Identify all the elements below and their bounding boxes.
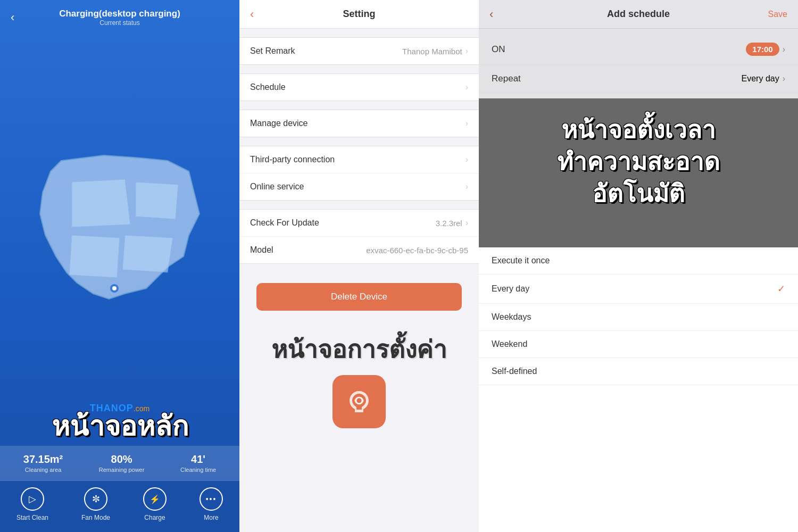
update-label: Check For Update bbox=[250, 218, 319, 228]
settings-row-schedule[interactable]: Schedule › bbox=[239, 74, 479, 101]
main-title: Charging(desktop charging) bbox=[59, 9, 180, 19]
online-service-value: › bbox=[466, 182, 468, 192]
repeat-weekdays-label: Weekdays bbox=[492, 312, 531, 322]
on-chevron-icon: › bbox=[783, 45, 785, 54]
online-service-label: Online service bbox=[250, 182, 304, 192]
settings-header: ‹ Setting bbox=[239, 0, 479, 29]
schedule-on-label: ON bbox=[492, 44, 505, 55]
main-panel: ‹ Charging(desktop charging) Current sta… bbox=[0, 0, 239, 532]
schedule-repeat-label: Repeat bbox=[492, 73, 521, 84]
model-value: exvac-660-ec-fa-bc-9c-cb-95 bbox=[366, 246, 468, 255]
remark-label: Set Remark bbox=[250, 46, 295, 56]
schedule-thai-line3: อัตโนมัติ bbox=[592, 180, 685, 207]
repeat-item-self-defined[interactable]: Self-defined bbox=[479, 358, 798, 385]
online-service-chevron-icon: › bbox=[466, 182, 468, 192]
time-badge: 17:00 bbox=[746, 43, 779, 56]
app-icon bbox=[332, 375, 386, 428]
settings-thai-text: หน้าจอการตั้งค่า bbox=[239, 330, 479, 370]
settings-row-remark[interactable]: Set Remark Thanop Mamibot › bbox=[239, 38, 479, 64]
every-day-checkmark-icon: ✓ bbox=[777, 283, 785, 295]
schedule-chevron-icon: › bbox=[466, 82, 468, 92]
repeat-chevron-icon: › bbox=[783, 74, 785, 84]
start-clean-icon: ▷ bbox=[21, 487, 44, 511]
schedule-row-repeat[interactable]: Repeat Every day › bbox=[479, 65, 798, 93]
remark-chevron-icon: › bbox=[466, 46, 468, 56]
settings-row-model: Model exvac-660-ec-fa-bc-9c-cb-95 bbox=[239, 237, 479, 263]
main-thai-text: หน้าจอหลัก bbox=[0, 411, 239, 442]
main-subtitle: Current status bbox=[59, 19, 180, 27]
nav-fan-mode[interactable]: ✼ Fan Mode bbox=[81, 487, 110, 521]
stat-remaining-power-value: 80% bbox=[99, 453, 145, 466]
settings-row-online-service[interactable]: Online service › bbox=[239, 173, 479, 200]
repeat-weekend-label: Weekend bbox=[492, 339, 527, 349]
schedule-thai-section: หน้าจอตั้งเวลา ทำความสะอาด อัตโนมัติ bbox=[479, 98, 798, 247]
settings-back-button[interactable]: ‹ bbox=[250, 7, 254, 21]
repeat-execute-once-label: Execute it once bbox=[492, 256, 550, 265]
settings-body: Set Remark Thanop Mamibot › Schedule › M… bbox=[239, 29, 479, 532]
map-svg bbox=[19, 129, 221, 352]
schedule-thai-text: หน้าจอตั้งเวลา ทำความสะอาด อัตโนมัติ bbox=[479, 98, 798, 226]
repeat-value-text: Every day bbox=[742, 74, 779, 84]
settings-row-update[interactable]: Check For Update 3.2.3rel › bbox=[239, 210, 479, 237]
charge-icon: ⚡ bbox=[143, 487, 167, 511]
nav-more-label: More bbox=[204, 514, 218, 521]
schedule-value: › bbox=[466, 82, 468, 92]
repeat-options-list: Execute it once Every day ✓ Weekdays Wee… bbox=[479, 247, 798, 532]
delete-device-button[interactable]: Delete Device bbox=[256, 283, 462, 311]
nav-more[interactable]: ••• More bbox=[200, 487, 223, 521]
manage-label: Manage device bbox=[250, 119, 308, 128]
schedule-row-on[interactable]: ON 17:00 › bbox=[479, 34, 798, 65]
manage-chevron-icon: › bbox=[466, 119, 468, 128]
schedule-thai-line2: ทำความสะอาด bbox=[557, 148, 720, 176]
schedule-on-value: 17:00 › bbox=[746, 43, 785, 56]
main-title-block: Charging(desktop charging) Current statu… bbox=[59, 9, 180, 27]
app-logo-icon bbox=[343, 386, 375, 418]
schedule-label: Schedule bbox=[250, 82, 286, 92]
schedule-panel: ‹ Add schedule Save ON 17:00 › Repeat Ev… bbox=[479, 0, 798, 532]
svg-point-1 bbox=[112, 286, 117, 290]
third-party-chevron-icon: › bbox=[466, 155, 468, 164]
schedule-save-button[interactable]: Save bbox=[768, 10, 787, 19]
nav-charge[interactable]: ⚡ Charge bbox=[143, 487, 167, 521]
settings-row-manage[interactable]: Manage device › bbox=[239, 110, 479, 137]
nav-start-clean-label: Start Clean bbox=[16, 514, 48, 521]
schedule-title: Add schedule bbox=[607, 9, 670, 20]
repeat-self-defined-label: Self-defined bbox=[492, 367, 537, 376]
repeat-item-execute-once[interactable]: Execute it once bbox=[479, 247, 798, 275]
main-thai-label: หน้าจอหลัก bbox=[0, 411, 239, 446]
third-party-label: Third-party connection bbox=[250, 155, 335, 164]
delete-button-container: Delete Device bbox=[239, 264, 479, 330]
stat-cleaning-area-label: Cleaning area bbox=[23, 467, 63, 473]
stats-bar: 37.15m² Cleaning area 80% Remaining powe… bbox=[0, 446, 239, 480]
fan-mode-icon: ✼ bbox=[84, 487, 107, 511]
schedule-top-section: ON 17:00 › Repeat Every day › bbox=[479, 29, 798, 98]
app-icon-area bbox=[239, 370, 479, 434]
schedule-header: ‹ Add schedule Save bbox=[479, 0, 798, 29]
schedule-back-button[interactable]: ‹ bbox=[489, 7, 493, 21]
map-area: THANOP.com หน้าจอหลัก bbox=[0, 35, 239, 446]
remark-value: Thanop Mamibot › bbox=[402, 46, 468, 56]
repeat-item-weekend[interactable]: Weekend bbox=[479, 331, 798, 358]
stat-cleaning-time-value: 41' bbox=[180, 453, 216, 466]
stat-cleaning-area: 37.15m² Cleaning area bbox=[23, 453, 63, 473]
nav-start-clean[interactable]: ▷ Start Clean bbox=[16, 487, 48, 521]
repeat-every-day-label: Every day bbox=[492, 284, 529, 294]
stat-cleaning-time: 41' Cleaning time bbox=[180, 453, 216, 473]
update-chevron-icon: › bbox=[466, 218, 468, 228]
settings-title: Setting bbox=[343, 9, 376, 20]
repeat-item-weekdays[interactable]: Weekdays bbox=[479, 304, 798, 331]
main-header: ‹ Charging(desktop charging) Current sta… bbox=[0, 0, 239, 35]
model-label: Model bbox=[250, 245, 273, 255]
stat-cleaning-time-label: Cleaning time bbox=[180, 467, 216, 473]
repeat-item-every-day[interactable]: Every day ✓ bbox=[479, 275, 798, 304]
stat-remaining-power-label: Remaining power bbox=[99, 467, 145, 473]
main-back-button[interactable]: ‹ bbox=[11, 11, 14, 24]
stat-remaining-power: 80% Remaining power bbox=[99, 453, 145, 473]
nav-charge-label: Charge bbox=[144, 514, 165, 521]
settings-group-info: Check For Update 3.2.3rel › Model exvac-… bbox=[239, 209, 479, 264]
schedule-repeat-value: Every day › bbox=[742, 74, 785, 84]
settings-row-third-party[interactable]: Third-party connection › bbox=[239, 146, 479, 173]
third-party-value: › bbox=[466, 155, 468, 164]
stat-cleaning-area-value: 37.15m² bbox=[23, 453, 63, 466]
settings-group-connections: Third-party connection › Online service … bbox=[239, 146, 479, 201]
